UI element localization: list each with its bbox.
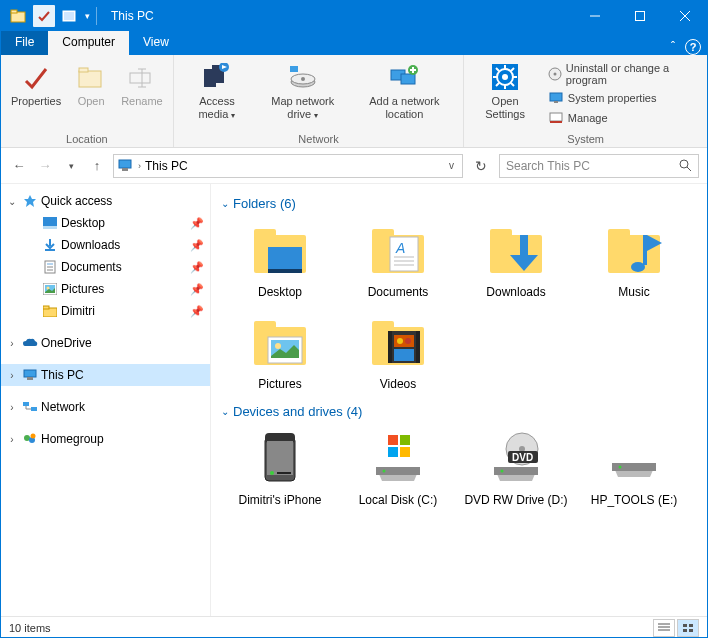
svg-rect-62	[31, 407, 37, 411]
add-network-location-button[interactable]: Add a network location	[351, 59, 457, 132]
refresh-button[interactable]: ↻	[469, 154, 493, 178]
svg-rect-1	[11, 10, 17, 13]
tree-downloads[interactable]: Downloads📌	[1, 234, 210, 256]
svg-rect-80	[608, 229, 630, 239]
svg-rect-118	[683, 629, 687, 632]
device-dvd-drive[interactable]: DVD DVD RW Drive (D:)	[457, 423, 575, 515]
ribbon: Properties Open Rename Location Access m…	[1, 55, 707, 148]
folder-downloads[interactable]: Downloads	[457, 215, 575, 307]
recent-locations-button[interactable]: ▾	[61, 156, 81, 176]
ribbon-collapse-icon[interactable]: ˆ	[671, 40, 675, 54]
map-drive-button[interactable]: Map network drive ▾	[256, 59, 349, 132]
view-large-icons-button[interactable]	[677, 619, 699, 637]
search-input[interactable]: Search This PC	[499, 154, 699, 178]
pc-icon	[118, 159, 134, 173]
svg-rect-119	[689, 629, 693, 632]
tree-onedrive[interactable]: ›OneDrive	[1, 332, 210, 354]
svg-rect-43	[119, 160, 131, 168]
svg-text:A: A	[395, 240, 405, 256]
uninstall-program-button[interactable]: Uninstall or change a program	[546, 61, 697, 87]
group-network-label: Network	[180, 132, 458, 145]
star-icon	[21, 193, 39, 209]
homegroup-icon	[21, 431, 39, 447]
svg-rect-9	[79, 68, 88, 72]
tree-homegroup[interactable]: ›Homegroup	[1, 428, 210, 450]
tree-this-pc[interactable]: ›This PC	[1, 364, 210, 386]
title-bar: ▾ This PC	[1, 1, 707, 31]
device-iphone[interactable]: Dimitri's iPhone	[221, 423, 339, 515]
pin-icon: 📌	[190, 217, 204, 230]
system-properties-button[interactable]: System properties	[546, 89, 697, 107]
svg-rect-78	[490, 229, 512, 239]
maximize-button[interactable]	[617, 1, 662, 31]
access-media-button[interactable]: Access media ▾	[180, 59, 254, 132]
svg-rect-61	[23, 402, 29, 406]
folder-desktop[interactable]: Desktop	[221, 215, 339, 307]
pictures-icon	[41, 281, 59, 297]
device-local-disk[interactable]: Local Disk (C:)	[339, 423, 457, 515]
svg-point-100	[270, 471, 274, 475]
tree-network[interactable]: ›Network	[1, 396, 210, 418]
section-devices-header[interactable]: ⌄Devices and drives (4)	[221, 400, 697, 423]
qat-dropdown-icon[interactable]: ▾	[85, 11, 90, 21]
svg-rect-8	[79, 71, 101, 87]
search-placeholder: Search This PC	[506, 159, 590, 173]
minimize-button[interactable]	[572, 1, 617, 31]
tree-dimitri[interactable]: Dimitri📌	[1, 300, 210, 322]
svg-rect-82	[643, 235, 647, 265]
rename-button: Rename	[117, 59, 167, 132]
desktop-icon	[41, 215, 59, 231]
svg-rect-117	[689, 624, 693, 627]
svg-point-38	[553, 73, 556, 76]
tree-pictures[interactable]: Pictures📌	[1, 278, 210, 300]
svg-rect-101	[277, 472, 291, 474]
close-button[interactable]	[662, 1, 707, 31]
up-button[interactable]: ↑	[87, 156, 107, 176]
properties-button[interactable]: Properties	[7, 59, 65, 132]
svg-text:DVD: DVD	[512, 452, 533, 463]
svg-rect-116	[683, 624, 687, 627]
folder-music[interactable]: Music	[575, 215, 693, 307]
help-icon[interactable]: ?	[685, 39, 701, 55]
svg-point-112	[619, 465, 622, 468]
tab-computer[interactable]: Computer	[48, 31, 129, 55]
group-system-label: System	[470, 132, 701, 145]
folder-documents[interactable]: A Documents	[339, 215, 457, 307]
open-settings-button[interactable]: Open Settings	[470, 59, 540, 132]
tree-desktop[interactable]: Desktop📌	[1, 212, 210, 234]
network-icon	[21, 399, 39, 415]
svg-rect-89	[372, 321, 394, 331]
folder-videos[interactable]: Videos	[339, 307, 457, 399]
pin-icon: 📌	[190, 239, 204, 252]
back-button[interactable]: ←	[9, 156, 29, 176]
section-folders-header[interactable]: ⌄Folders (6)	[221, 192, 697, 215]
svg-rect-60	[27, 377, 33, 380]
address-bar[interactable]: › This PC v	[113, 154, 463, 178]
content-pane: ⌄Folders (6) Desktop A Documents Downloa…	[211, 184, 707, 616]
open-button: Open	[67, 59, 115, 132]
tree-quick-access[interactable]: ⌄Quick access	[1, 190, 210, 212]
address-dropdown-icon[interactable]: v	[445, 160, 458, 171]
svg-point-96	[405, 338, 411, 344]
svg-rect-77	[490, 235, 542, 273]
svg-rect-67	[254, 229, 276, 239]
svg-rect-10	[130, 73, 150, 83]
nav-bar: ← → ▾ ↑ › This PC v ↻ Search This PC	[1, 148, 707, 184]
qat-properties-icon[interactable]	[33, 5, 55, 27]
device-hp-tools[interactable]: HP_TOOLS (E:)	[575, 423, 693, 515]
tree-documents[interactable]: Documents📌	[1, 256, 210, 278]
svg-rect-94	[394, 349, 414, 361]
manage-button[interactable]: Manage	[546, 109, 697, 127]
tab-view[interactable]: View	[129, 31, 183, 55]
folder-pictures[interactable]: Pictures	[221, 307, 339, 399]
navigation-pane: ⌄Quick access Desktop📌 Downloads📌 Docume…	[1, 184, 211, 616]
svg-rect-3	[64, 12, 74, 20]
qat-newfolder-icon[interactable]	[59, 5, 81, 27]
pin-icon: 📌	[190, 261, 204, 274]
svg-rect-40	[554, 101, 558, 103]
tab-file[interactable]: File	[1, 31, 48, 55]
svg-line-46	[687, 167, 691, 171]
folder-icon	[41, 303, 59, 319]
svg-rect-105	[388, 447, 398, 457]
view-details-button[interactable]	[653, 619, 675, 637]
